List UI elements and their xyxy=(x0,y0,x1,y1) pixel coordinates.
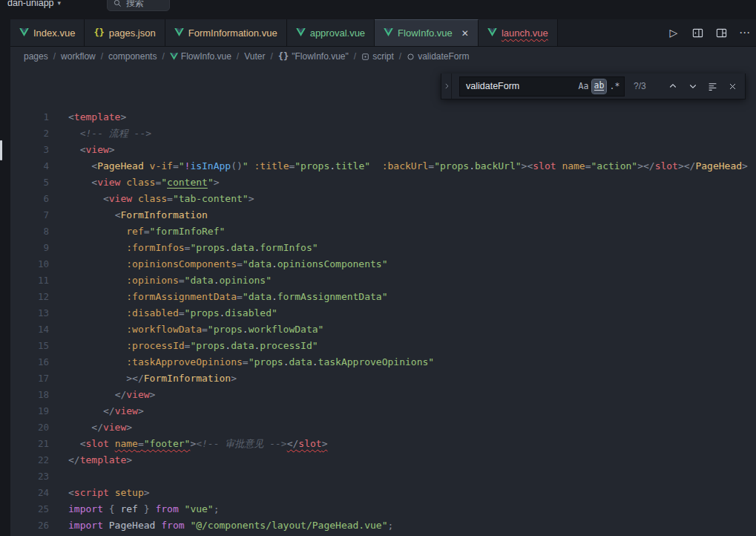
selection-icon xyxy=(708,82,717,91)
breadcrumb-separator: / xyxy=(270,51,272,62)
breadcrumb-item[interactable]: validateForm xyxy=(407,51,469,62)
code-line[interactable]: 15 :processId="props.data.processId" xyxy=(10,338,756,354)
editor-pane[interactable]: Aa ab .* ?/3 xyxy=(10,66,756,536)
code-area[interactable]: 1<template>2 <!-- 流程 -->3 <view>4 <PageH… xyxy=(10,66,756,534)
breadcrumb-separator: / xyxy=(354,51,356,62)
regex-button[interactable]: .* xyxy=(608,79,622,94)
code-line[interactable]: 7 <FormInformation xyxy=(10,207,756,223)
symbol-module-icon xyxy=(361,53,369,61)
line-number: 23 xyxy=(10,468,49,485)
close-find-button[interactable] xyxy=(725,79,740,94)
tab-label: FormInformation.vue xyxy=(188,27,277,39)
vue-icon xyxy=(170,53,178,60)
breadcrumb-item[interactable]: script xyxy=(361,51,394,62)
code-line[interactable]: 26import PageHead from "@/components/lay… xyxy=(10,517,756,534)
tab-approval.vue[interactable]: approval.vue xyxy=(287,19,375,46)
breadcrumb-label: workflow xyxy=(61,51,96,62)
breadcrumb-separator: / xyxy=(399,51,401,62)
line-number: 19 xyxy=(10,403,49,419)
code-line[interactable]: 11 :opinions="data.opinions" xyxy=(10,272,756,289)
breadcrumb-item[interactable]: FlowInfo.vue xyxy=(170,51,231,62)
code-line[interactable]: 21 <slot name="footer"><!-- 审批意见 --></sl… xyxy=(10,436,756,452)
tab-launch.vue[interactable]: launch.vue xyxy=(479,19,558,46)
chevron-down-icon xyxy=(688,82,697,91)
workspace-menu[interactable]: dan-uniapp ▾ xyxy=(3,0,65,10)
line-number: 2 xyxy=(10,125,49,142)
toggle-replace-button[interactable] xyxy=(441,73,452,99)
code-line[interactable]: 1<template> xyxy=(10,109,756,125)
find-results-count: ?/3 xyxy=(634,81,654,91)
code-line[interactable]: 24<script setup> xyxy=(10,485,756,501)
vue-icon xyxy=(296,27,306,39)
vue-icon xyxy=(296,28,306,36)
code-line[interactable]: 9 :formInfos="props.data.formInfos" xyxy=(10,240,756,256)
code-line[interactable]: 19 </view> xyxy=(10,403,756,419)
whole-word-button[interactable]: ab xyxy=(592,79,606,94)
close-tab-icon[interactable]: ✕ xyxy=(461,28,469,39)
search-command-center[interactable]: 搜索 xyxy=(107,0,170,11)
line-number: 18 xyxy=(10,387,49,403)
vue-icon xyxy=(174,27,184,39)
code-line[interactable]: 3 <view> xyxy=(10,142,756,158)
next-match-button[interactable] xyxy=(685,79,700,94)
vue-icon xyxy=(384,28,393,36)
find-in-selection-button[interactable] xyxy=(705,79,720,94)
code-line[interactable]: 16 :taskApproveOpinions="props.data.task… xyxy=(10,354,756,370)
vue-icon xyxy=(19,28,29,36)
breadcrumb-item[interactable]: components xyxy=(108,51,157,62)
find-input[interactable] xyxy=(464,80,575,92)
editor-layout-icon xyxy=(716,27,727,39)
editor-layout-button[interactable] xyxy=(714,26,728,39)
code-line[interactable]: 22</template> xyxy=(10,452,756,468)
breadcrumb-item[interactable]: Vuter xyxy=(244,51,265,62)
match-case-button[interactable]: Aa xyxy=(576,79,591,94)
breadcrumb-separator: / xyxy=(101,51,103,62)
tab-pages.json[interactable]: {}pages.json xyxy=(85,19,165,46)
breadcrumb-item[interactable]: {}"FlowInfo.vue" xyxy=(278,51,349,62)
breadcrumb-label: pages xyxy=(24,51,48,62)
code-text: <!-- 流程 --> xyxy=(68,125,151,142)
code-line[interactable]: 17 ></FormInformation> xyxy=(10,370,756,387)
symbol-method-icon xyxy=(407,53,415,61)
tab-FormInformation.vue[interactable]: FormInformation.vue xyxy=(165,19,287,46)
code-text: <view class="content"> xyxy=(68,174,220,191)
code-text: <script setup> xyxy=(68,485,150,501)
code-line[interactable]: 12 :formAssignmentData="data.formAssignm… xyxy=(10,289,756,305)
code-line[interactable]: 20 </view> xyxy=(10,419,756,436)
code-line[interactable]: 25import { ref } from "vue"; xyxy=(10,501,756,517)
code-text: :taskApproveOpinions="props.data.taskApp… xyxy=(68,354,434,370)
code-line[interactable]: 2 <!-- 流程 --> xyxy=(10,125,756,142)
find-widget: Aa ab .* ?/3 xyxy=(441,73,746,99)
line-number: 14 xyxy=(10,321,49,338)
breadcrumb-item[interactable]: pages xyxy=(24,51,48,62)
code-line[interactable]: 6 <view class="tab-content"> xyxy=(10,191,756,207)
breadcrumb-item[interactable]: workflow xyxy=(61,51,96,62)
breadcrumb-label: "FlowInfo.vue" xyxy=(292,51,349,62)
code-line[interactable]: 8 ref="formInfoRef" xyxy=(10,223,756,240)
code-line[interactable]: 23 xyxy=(10,468,756,485)
code-text: ></FormInformation> xyxy=(68,370,237,387)
line-number: 8 xyxy=(10,223,49,240)
run-button[interactable]: ▷ xyxy=(667,26,680,39)
previous-match-button[interactable] xyxy=(665,79,680,94)
vue-icon xyxy=(487,28,497,36)
code-line[interactable]: 13 :disabled="props.disabled" xyxy=(10,305,756,321)
breadcrumb: pages/workflow/components/FlowInfo.vue/V… xyxy=(10,47,756,66)
vue-icon xyxy=(384,27,393,39)
vue-icon xyxy=(487,27,497,39)
code-line[interactable]: 4 <PageHead v-if="!isInApp()" :title="pr… xyxy=(10,158,756,174)
more-actions-button[interactable]: ⋯ xyxy=(738,26,752,39)
braces-icon: {} xyxy=(278,51,289,62)
tab-FlowInfo.vue[interactable]: FlowInfo.vue✕ xyxy=(375,19,479,46)
code-line[interactable]: 18 </view> xyxy=(10,387,756,403)
open-changes-button[interactable] xyxy=(691,26,704,39)
tab-label: launch.vue xyxy=(502,27,548,39)
tab-Index.vue[interactable]: Index.vue xyxy=(10,19,85,46)
breadcrumb-label: FlowInfo.vue xyxy=(181,51,231,62)
code-text: :opinions="data.opinions" xyxy=(68,272,272,289)
code-line[interactable]: 14 :workflowData="props.workflowData" xyxy=(10,321,756,338)
code-line[interactable]: 10 :opinionsComponents="data.opinionsCom… xyxy=(10,256,756,272)
code-line[interactable]: 5 <view class="content"> xyxy=(10,174,756,191)
chevron-up-icon xyxy=(668,82,677,91)
code-text: :formInfos="props.data.formInfos" xyxy=(68,240,318,256)
